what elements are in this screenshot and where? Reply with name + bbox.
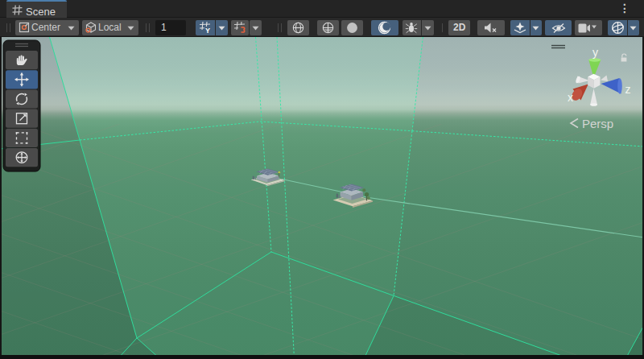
svg-text:z: z (625, 83, 631, 96)
svg-text:y: y (592, 46, 598, 59)
svg-text:Y: Y (205, 27, 210, 34)
svg-text:Persp: Persp (582, 117, 613, 130)
svg-text:x: x (568, 91, 573, 104)
